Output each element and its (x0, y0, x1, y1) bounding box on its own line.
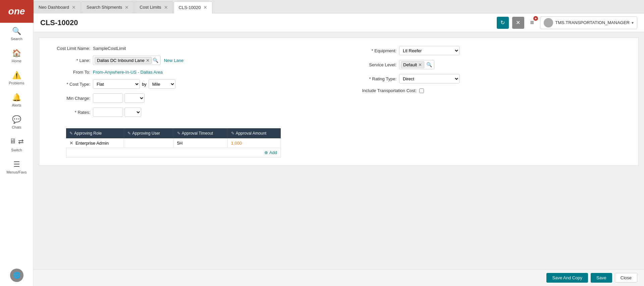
cost-type-label: * Cost Type: (46, 82, 93, 87)
lane-remove-button[interactable]: ✕ (146, 58, 150, 63)
switch-icon: ⇄ (18, 137, 24, 145)
left-form: Cost Limit Name: SampleCostLimit * Lane:… (46, 46, 339, 122)
lane-search-button[interactable]: 🔍 (152, 58, 159, 63)
edit-timeout-icon[interactable]: ✎ (177, 131, 180, 136)
sidebar-item-label: Switch (11, 148, 22, 152)
approval-timeout-value: 5H (177, 141, 183, 146)
equipment-row: * Equipment: Ltl Reefer Dry Van Flatbed (352, 46, 632, 55)
sidebar-item-chats[interactable]: 💬 Chats (0, 111, 33, 133)
tab-bar: Neo Dashboard ✕ Search Shipments ✕ Cost … (34, 0, 644, 13)
from-to-label: From To: (46, 70, 93, 75)
sidebar-bottom: 🌐 (0, 265, 33, 286)
avatar[interactable]: 🌐 (10, 269, 23, 282)
edit-amount-icon[interactable]: ✎ (231, 131, 234, 136)
menu-icon: ☰ (13, 160, 20, 169)
edit-user-icon[interactable]: ✎ (127, 131, 131, 136)
tab-cls-10020[interactable]: CLS-10020 ✕ (174, 1, 213, 13)
page-title: CLS-10020 (40, 18, 78, 27)
app-logo[interactable]: one (0, 0, 34, 23)
rates-input[interactable] (93, 108, 123, 117)
service-level-tag: Default ✕ (401, 61, 424, 68)
rates-label: * Rates: (46, 110, 93, 115)
page-header: CLS-10020 ↻ ✕ ≡ ★ TMS.TRANSPORTATION_MAN… (34, 13, 644, 32)
home-icon: 🏠 (12, 49, 21, 58)
col-label: Approval Timeout (182, 131, 213, 136)
rates-row: * Rates: (46, 108, 339, 117)
cost-limit-name-row: Cost Limit Name: SampleCostLimit (46, 46, 339, 51)
tab-label: Search Shipments (87, 5, 122, 10)
approval-timeout-cell: 5H (173, 138, 227, 148)
sidebar-item-label: Problems (9, 81, 24, 85)
row-remove-button[interactable]: ✕ (69, 140, 73, 146)
equipment-label: * Equipment: (352, 48, 399, 53)
service-level-remove[interactable]: ✕ (418, 62, 422, 67)
sidebar-item-label: Chats (12, 125, 21, 129)
tab-cost-limits[interactable]: Cost Limits ✕ (135, 1, 173, 13)
include-trans-row: Include Transportation Cost: (352, 88, 632, 93)
approving-user-cell (124, 138, 173, 148)
two-col-form: Cost Limit Name: SampleCostLimit * Lane:… (46, 46, 632, 122)
col-label: Approving Role (74, 131, 102, 136)
cost-type-select[interactable]: Flat Per Mile Percentage (93, 79, 140, 89)
edit-role-icon[interactable]: ✎ (69, 131, 73, 136)
warning-icon: ⚠️ (12, 71, 21, 80)
sidebar-item-label: Search (11, 37, 22, 41)
service-level-search-button[interactable]: 🔍 (426, 62, 433, 67)
bell-icon: 🔔 (12, 93, 21, 102)
sidebar-item-alerts[interactable]: 🔔 Alerts (0, 89, 33, 111)
by-select[interactable]: Mile Kilometer (149, 79, 175, 89)
save-button[interactable]: Save (591, 273, 612, 283)
col-label: Approval Amount (236, 131, 266, 136)
lane-row: * Lane: Dallas DC Inbound Lane ✕ 🔍 New L… (46, 56, 339, 65)
tab-label: Cost Limits (140, 5, 161, 10)
tab-neo-dashboard[interactable]: Neo Dashboard ✕ (34, 1, 81, 13)
tab-close-cost-limits[interactable]: ✕ (164, 5, 168, 10)
min-charge-label: Min Charge: (46, 96, 93, 101)
refresh-button[interactable]: ↻ (497, 17, 509, 29)
user-name: TMS.TRANSPORTATION_MANAGER (555, 20, 630, 25)
approvals-section: ✎ Approving Role ✎ Approving User (66, 128, 632, 157)
lane-tag-label: Dallas DC Inbound Lane (97, 58, 145, 63)
chat-icon: 💬 (12, 115, 21, 124)
tab-close-neo-dashboard[interactable]: ✕ (72, 5, 76, 10)
sidebar-item-menus[interactable]: ☰ Menus/Favs (0, 156, 33, 178)
close-button[interactable]: Close (615, 273, 637, 283)
sidebar-item-home[interactable]: 🏠 Home (0, 45, 33, 67)
rating-type-select[interactable]: Direct Indirect (399, 74, 460, 83)
from-to-row: From To: From-Anywhere-In-US - Dallas Ar… (46, 70, 339, 75)
rates-unit-select[interactable] (124, 108, 141, 117)
user-avatar (544, 18, 553, 27)
tab-label: Neo Dashboard (39, 5, 69, 10)
tab-close-cls-10020[interactable]: ✕ (203, 5, 207, 10)
tab-close-search-shipments[interactable]: ✕ (125, 5, 129, 10)
include-trans-label: Include Transportation Cost: (352, 88, 419, 93)
sidebar-item-switch[interactable]: 🖥 ⇄ Switch (0, 133, 33, 156)
save-and-copy-button[interactable]: Save And Copy (546, 273, 588, 283)
add-label: Add (269, 150, 277, 155)
close-x-button[interactable]: ✕ (512, 17, 524, 29)
sidebar-item-label: Alerts (12, 103, 21, 107)
footer: Save And Copy Save Close (34, 269, 644, 286)
search-icon: 🔍 (12, 27, 21, 35)
approval-amount-value: 1,000 (231, 141, 242, 146)
new-lane-link[interactable]: New Lane (164, 58, 184, 63)
col-label: Approving User (132, 131, 160, 136)
logo-text: one (8, 6, 25, 17)
add-row: ⊕ Add (66, 148, 281, 157)
cost-limit-name-label: Cost Limit Name: (46, 46, 93, 51)
sidebar-item-search[interactable]: 🔍 Search (0, 23, 33, 45)
min-charge-row: Min Charge: (46, 93, 339, 103)
tab-search-shipments[interactable]: Search Shipments ✕ (82, 1, 134, 13)
add-button[interactable]: ⊕ Add (264, 150, 277, 155)
header-actions: ↻ ✕ ≡ ★ TMS.TRANSPORTATION_MANAGER ▾ (497, 16, 637, 29)
sidebar-item-problems[interactable]: ⚠️ Problems (0, 67, 33, 89)
rating-type-row: * Rating Type: Direct Indirect (352, 74, 632, 83)
menu-button[interactable]: ≡ ★ (528, 17, 537, 28)
equipment-select[interactable]: Ltl Reefer Dry Van Flatbed (399, 46, 460, 55)
user-dropdown[interactable]: TMS.TRANSPORTATION_MANAGER ▾ (540, 16, 637, 29)
tab-label: CLS-10020 (179, 5, 201, 10)
service-level-label: Service Level: (352, 62, 399, 67)
min-charge-unit-select[interactable] (124, 93, 145, 103)
include-trans-checkbox[interactable] (419, 88, 424, 93)
min-charge-input[interactable] (93, 93, 123, 103)
